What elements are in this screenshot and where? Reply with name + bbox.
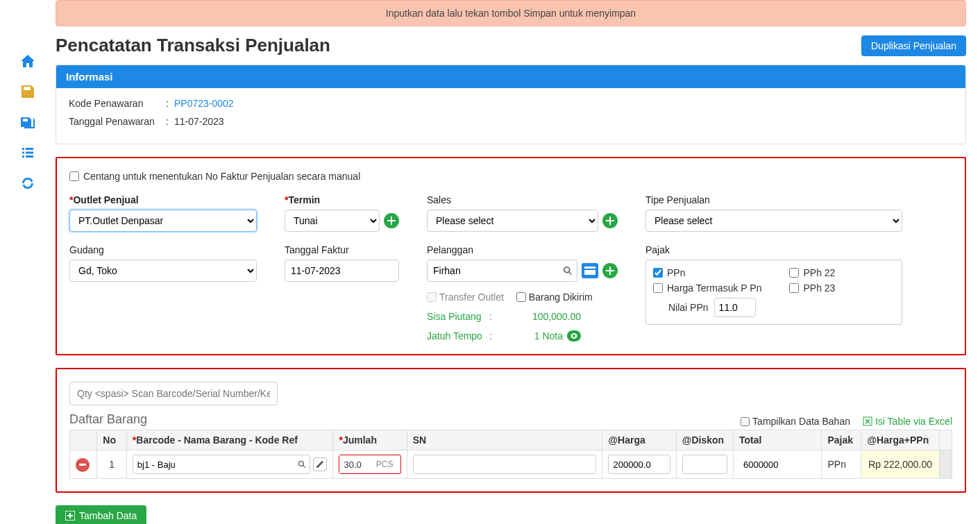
gudang-label: Gudang bbox=[69, 244, 257, 255]
sidebar bbox=[0, 0, 56, 524]
search-icon[interactable] bbox=[298, 460, 306, 468]
tambah-data-button[interactable]: Tambah Data bbox=[56, 505, 146, 524]
pajak-box: PPn Harga Termasuk P Pn Nilai PPn PPh 22… bbox=[645, 260, 902, 325]
eye-icon[interactable] bbox=[567, 330, 581, 341]
alert-banner: Inputkan data lalu tekan tombol Simpan u… bbox=[56, 0, 966, 26]
nilai-ppn-label: Nilai PPn bbox=[668, 302, 709, 313]
diskon-input[interactable] bbox=[682, 455, 727, 474]
gudang-select[interactable]: Gd, Toko bbox=[69, 260, 257, 282]
pph22-label: PPh 22 bbox=[803, 267, 835, 278]
col-hppn: @Harga+PPn bbox=[861, 430, 939, 450]
delete-row-button[interactable] bbox=[76, 458, 90, 472]
pelanggan-label: Pelanggan bbox=[427, 244, 618, 255]
manual-faktur-label: Centang untuk menentukan No Faktur Penju… bbox=[83, 171, 360, 182]
jatuh-tempo-label: Jatuh Tempo bbox=[427, 330, 489, 341]
duplikasi-button[interactable]: Duplikasi Penjualan bbox=[861, 35, 966, 56]
harga-termasuk-checkbox[interactable] bbox=[653, 283, 663, 293]
card-icon[interactable] bbox=[582, 263, 598, 278]
isi-excel-link[interactable]: Isi Table via Excel bbox=[863, 416, 952, 427]
col-jumlah: *Jumlah bbox=[333, 430, 407, 450]
tampilkan-bahan-label: Tampilkan Data Bahan bbox=[752, 416, 850, 427]
jatuh-tempo-value: 1 Nota bbox=[498, 330, 581, 341]
outlet-label: *Outlet Penjual bbox=[69, 194, 257, 205]
sn-input[interactable] bbox=[413, 455, 597, 474]
col-no: No bbox=[97, 430, 127, 450]
total-value bbox=[739, 455, 816, 474]
col-harga: @Harga bbox=[602, 430, 676, 450]
tipe-label: Tipe Penjualan bbox=[645, 194, 902, 205]
transaction-form-box: Centang untuk menentukan No Faktur Penju… bbox=[56, 157, 966, 355]
termin-select[interactable]: Tunai bbox=[285, 210, 380, 232]
svg-rect-0 bbox=[584, 267, 595, 275]
sales-label: Sales bbox=[427, 194, 618, 205]
save-icon[interactable] bbox=[19, 83, 37, 101]
pph23-checkbox[interactable] bbox=[789, 283, 799, 293]
col-diskon: @Diskon bbox=[676, 430, 733, 450]
nilai-ppn-input[interactable] bbox=[714, 298, 756, 317]
pph23-label: PPh 23 bbox=[803, 282, 835, 294]
col-total: Total bbox=[733, 430, 822, 450]
daftar-barang-box: Daftar Barang Tampilkan Data Bahan Isi T… bbox=[56, 368, 966, 493]
excel-icon bbox=[863, 416, 872, 426]
harga-input[interactable] bbox=[608, 455, 670, 474]
pph22-checkbox[interactable] bbox=[789, 268, 799, 278]
pelanggan-input[interactable] bbox=[427, 260, 577, 282]
sisa-piutang-label: Sisa Piutang bbox=[427, 311, 489, 322]
row-hppn: Rp 222,000.00 bbox=[861, 450, 939, 479]
jumlah-input[interactable] bbox=[339, 455, 375, 473]
transfer-outlet-label: Transfer Outlet bbox=[439, 291, 504, 303]
barang-dikirim-label: Barang Dikirim bbox=[529, 291, 593, 303]
kode-penawaran-label: Kode Penawaran bbox=[69, 98, 166, 109]
pajak-label: Pajak bbox=[645, 244, 902, 255]
refresh-icon[interactable] bbox=[19, 174, 37, 192]
col-pajak: Pajak bbox=[822, 430, 861, 450]
edit-item-button[interactable] bbox=[313, 457, 327, 471]
tanggal-faktur-input[interactable] bbox=[285, 260, 399, 282]
list-icon[interactable] bbox=[19, 144, 37, 162]
tanggal-penawaran-label: Tanggal Penawaran bbox=[69, 116, 166, 127]
sisa-piutang-value: 100,000.00 bbox=[498, 311, 581, 322]
svg-rect-3 bbox=[79, 464, 86, 466]
table-row: 1 bbox=[70, 450, 952, 479]
barcode-input[interactable] bbox=[133, 455, 311, 474]
row-no: 1 bbox=[97, 450, 127, 479]
add-termin-button[interactable] bbox=[384, 213, 399, 228]
ppn-checkbox[interactable] bbox=[653, 268, 663, 278]
plus-icon bbox=[65, 511, 75, 521]
col-sn: SN bbox=[407, 430, 602, 450]
unit-label: PCS bbox=[376, 459, 398, 469]
tipe-select[interactable]: Please select bbox=[645, 210, 902, 232]
info-panel-title: Informasi bbox=[56, 65, 965, 88]
ppn-label: PPn bbox=[667, 267, 685, 278]
tanggal-faktur-label: Tanggal Faktur bbox=[285, 244, 399, 255]
row-pajak: PPn bbox=[822, 450, 861, 479]
add-pelanggan-button[interactable] bbox=[602, 263, 618, 278]
transfer-outlet-checkbox bbox=[427, 292, 437, 302]
col-barcode: *Barcode - Nama Barang - Kode Ref bbox=[126, 430, 333, 450]
daftar-barang-table: No *Barcode - Nama Barang - Kode Ref *Ju… bbox=[69, 430, 952, 479]
harga-termasuk-label: Harga Termasuk P Pn bbox=[667, 282, 761, 294]
tanggal-penawaran-value: 11-07-2023 bbox=[174, 116, 224, 127]
termin-label: *Termin bbox=[285, 194, 399, 205]
page-title: Pencatatan Transaksi Penjualan bbox=[56, 35, 330, 56]
search-icon[interactable] bbox=[563, 266, 573, 276]
daftar-title: Daftar Barang bbox=[69, 412, 147, 427]
kode-penawaran-link[interactable]: PP0723-0002 bbox=[174, 98, 234, 109]
svg-rect-1 bbox=[584, 269, 595, 270]
home-icon[interactable] bbox=[19, 52, 37, 70]
outlet-select[interactable]: PT.Outlet Denpasar bbox=[69, 210, 257, 232]
info-panel: Informasi Kode Penawaran : PP0723-0002 T… bbox=[56, 65, 966, 144]
barang-dikirim-checkbox[interactable] bbox=[516, 292, 526, 302]
manual-faktur-checkbox[interactable] bbox=[69, 171, 79, 181]
add-sales-button[interactable] bbox=[602, 213, 618, 228]
tampilkan-bahan-checkbox[interactable] bbox=[741, 417, 750, 426]
scan-input[interactable] bbox=[69, 382, 278, 405]
save-all-icon[interactable] bbox=[19, 113, 37, 131]
sales-select[interactable]: Please select bbox=[427, 210, 598, 232]
